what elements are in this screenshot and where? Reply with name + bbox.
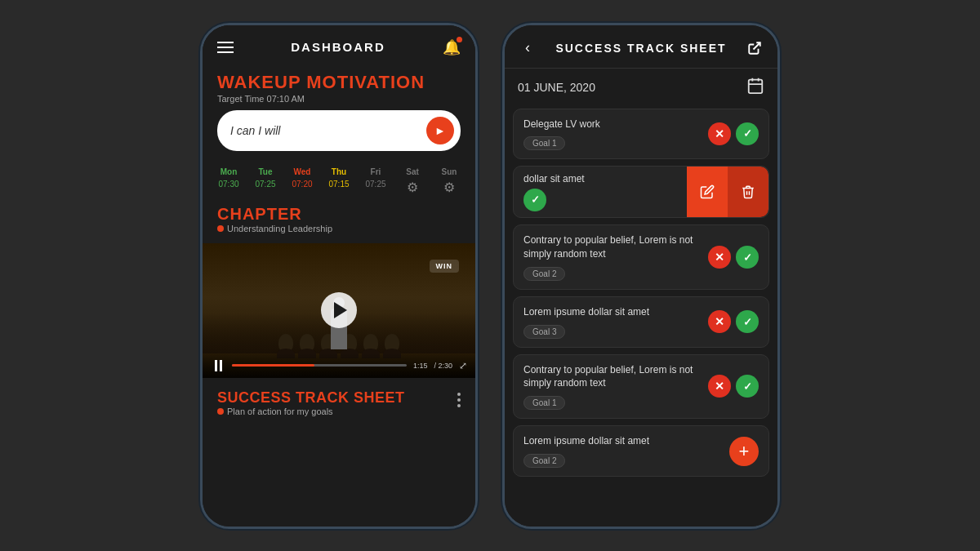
goal-badge: Goal 2 <box>523 267 565 281</box>
video-progress-fill <box>232 364 314 367</box>
track-item-content: Delegate LV work Goal 1 <box>523 118 700 151</box>
success-info: SUCCESS TRACK SHEET Plan of action for m… <box>217 389 405 416</box>
wakeup-section: WAKEUP MOTIVATION Target Time 07:10 AM I… <box>203 66 475 159</box>
track-items-list: Delegate LV work Goal 1 ✕ ✓ dollar sit a… <box>505 105 777 527</box>
track-item-content: Contrary to popular belief, Lorem is not… <box>523 363 700 411</box>
wakeup-subtitle: Target Time 07:10 AM <box>217 94 461 104</box>
track-item-text: Lorem ipsume dollar sit amet <box>523 434 729 448</box>
play-button[interactable] <box>321 292 357 328</box>
track-item: Delegate LV work Goal 1 ✕ ✓ <box>513 109 769 160</box>
notification-bell-icon[interactable]: 🔔 <box>443 38 461 56</box>
motivation-input[interactable]: I can I will <box>230 124 426 137</box>
accept-button[interactable]: ✓ <box>736 246 759 269</box>
track-item-text: Lorem ipsume dollar sit amet <box>523 305 700 319</box>
reject-button[interactable]: ✕ <box>708 122 731 145</box>
add-item-button[interactable]: + <box>729 437 759 466</box>
success-section: SUCCESS TRACK SHEET Plan of action for m… <box>203 383 475 420</box>
video-progress-bar[interactable] <box>232 364 407 367</box>
goal-badge: Goal 2 <box>523 454 565 468</box>
track-item-actions: ✕ ✓ <box>708 246 759 269</box>
edit-button[interactable] <box>687 167 728 217</box>
track-sheet-screen: ‹ SUCCESS TRACK SHEET 01 JUNE, 2020 <box>505 25 777 527</box>
dashboard-screen: DASHBOARD 🔔 WAKEUP MOTIVATION Target Tim… <box>203 25 475 527</box>
video-current-time: 1:15 <box>413 362 428 370</box>
track-item: Lorem ipsume dollar sit amet Goal 3 ✕ ✓ <box>513 296 769 348</box>
day-label-wed: Wed <box>294 167 311 176</box>
accept-button[interactable]: ✓ <box>736 310 759 333</box>
track-date-row: 01 JUNE, 2020 <box>505 69 777 105</box>
day-col-sat[interactable]: Sat ⚙ <box>398 167 427 195</box>
day-time-thu: 07:15 <box>328 180 349 189</box>
right-phone: ‹ SUCCESS TRACK SHEET 01 JUNE, 2020 <box>502 23 780 529</box>
dashboard-header: DASHBOARD 🔔 <box>203 25 475 66</box>
more-options-button[interactable] <box>457 389 461 407</box>
chapter-section: CHAPTER Understanding Leadership <box>203 198 475 238</box>
swiped-check-button[interactable]: ✓ <box>523 189 546 211</box>
day-col-mon[interactable]: Mon 07:30 <box>214 167 243 195</box>
day-col-thu[interactable]: Thu 07:15 <box>324 167 354 195</box>
track-header: ‹ SUCCESS TRACK SHEET <box>505 25 777 69</box>
day-col-tue[interactable]: Tue 07:25 <box>251 167 280 195</box>
track-item-content: Contrary to popular belief, Lorem is not… <box>523 233 700 281</box>
send-button[interactable]: ► <box>426 117 454 144</box>
track-item-text: Delegate LV work <box>523 118 700 131</box>
wakeup-title: WAKEUP MOTIVATION <box>217 73 461 92</box>
sat-settings-icon: ⚙ <box>407 180 418 195</box>
chapter-subtitle: Understanding Leadership <box>217 224 461 233</box>
track-item-actions: ✕ ✓ <box>708 122 759 145</box>
track-item-text: Contrary to popular belief, Lorem is not… <box>523 233 700 261</box>
success-dot-icon <box>217 408 224 415</box>
day-label-fri: Fri <box>371 167 381 176</box>
reject-button[interactable]: ✕ <box>708 310 731 333</box>
chapter-subtitle-text: Understanding Leadership <box>227 224 332 233</box>
success-subtitle-text: Plan of action for my goals <box>227 407 333 416</box>
calendar-icon[interactable] <box>746 77 764 99</box>
dashboard-title: DASHBOARD <box>291 40 385 54</box>
day-col-fri[interactable]: Fri 07:25 <box>361 167 390 195</box>
track-item: Contrary to popular belief, Lorem is not… <box>513 354 769 420</box>
expand-button[interactable]: ⤢ <box>459 360 467 371</box>
delete-button[interactable] <box>728 167 768 217</box>
reject-button[interactable]: ✕ <box>708 375 731 398</box>
video-controls: 1:15 / 2:30 ⤢ <box>203 353 475 378</box>
external-link-icon[interactable] <box>743 37 766 60</box>
track-item-actions: ✕ ✓ <box>708 375 759 398</box>
day-time-wed: 07:20 <box>292 180 312 189</box>
svg-rect-1 <box>749 79 763 93</box>
chapter-dot-icon <box>217 225 224 232</box>
goal-badge: Goal 1 <box>523 136 565 150</box>
track-item-swiped: dollar sit amet ✓ <box>513 166 769 218</box>
track-item: Contrary to popular belief, Lorem is not… <box>513 224 769 290</box>
day-col-sun[interactable]: Sun ⚙ <box>434 167 464 195</box>
svg-line-0 <box>753 42 760 49</box>
success-subtitle: Plan of action for my goals <box>217 407 405 416</box>
day-label-mon: Mon <box>220 167 238 176</box>
days-row: Mon 07:30 Tue 07:25 Wed 07:20 Thu 07:15 … <box>203 159 475 198</box>
day-label-thu: Thu <box>332 167 346 176</box>
day-time-mon: 07:30 <box>218 180 238 189</box>
accept-button[interactable]: ✓ <box>736 375 759 398</box>
day-time-tue: 07:25 <box>255 180 275 189</box>
track-item-content: Lorem ipsume dollar sit amet Goal 3 <box>523 305 700 339</box>
swipe-action-buttons <box>687 167 768 217</box>
chapter-title: CHAPTER <box>217 205 461 224</box>
menu-button[interactable] <box>217 42 234 53</box>
day-label-sat: Sat <box>406 167 419 176</box>
track-sheet-title: SUCCESS TRACK SHEET <box>555 42 726 55</box>
success-title: SUCCESS TRACK SHEET <box>217 389 405 407</box>
video-container[interactable]: WIN 1:15 / 2:30 ⤢ <box>203 243 475 378</box>
back-button[interactable]: ‹ <box>516 37 539 60</box>
day-time-fri: 07:25 <box>365 180 385 189</box>
pause-button[interactable] <box>211 358 225 373</box>
accept-button[interactable]: ✓ <box>736 122 759 145</box>
motivation-input-row: I can I will ► <box>217 110 461 151</box>
track-item-content: Lorem ipsume dollar sit amet Goal 2 <box>523 434 729 468</box>
track-add-item: Lorem ipsume dollar sit amet Goal 2 + <box>513 425 769 477</box>
day-label-sun: Sun <box>442 167 457 176</box>
goal-badge: Goal 3 <box>523 325 565 339</box>
day-col-wed[interactable]: Wed 07:20 <box>287 167 317 195</box>
video-win-banner: WIN <box>430 260 460 273</box>
track-item-actions: ✕ ✓ <box>708 310 759 333</box>
reject-button[interactable]: ✕ <box>708 246 731 269</box>
track-date: 01 JUNE, 2020 <box>518 81 595 94</box>
